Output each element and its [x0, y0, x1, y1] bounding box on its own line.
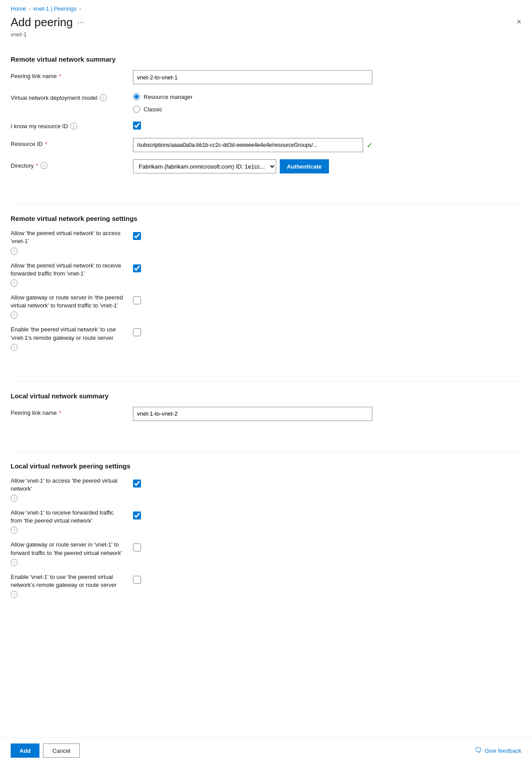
remote-peering-link-name-input[interactable]: [133, 70, 372, 84]
radio-classic-input[interactable]: [133, 106, 140, 113]
remote-setting1-label: Allow 'the peered virtual network' to ac…: [11, 229, 126, 254]
required-star: *: [59, 73, 61, 79]
resource-id-control: ✓: [133, 138, 521, 152]
know-resource-id-info-icon[interactable]: i: [70, 122, 77, 130]
resource-id-input[interactable]: [133, 138, 363, 152]
remote-setting4-control: [133, 326, 141, 336]
know-resource-id-control: [133, 120, 521, 131]
local-peering-link-name-input[interactable]: [133, 407, 372, 421]
cancel-button[interactable]: Cancel: [43, 743, 79, 758]
deployment-model-info-icon[interactable]: i: [100, 94, 107, 101]
local-setting4-info-icon[interactable]: i: [11, 591, 18, 598]
local-setting3-info-icon[interactable]: i: [11, 559, 18, 566]
remote-setting1-info-icon[interactable]: i: [11, 248, 18, 255]
directory-control: Fabrikam (fabrikam.onmicrosoft.com) ID: …: [133, 159, 521, 173]
deployment-model-radio-group: Resource manager Classic: [133, 91, 521, 113]
deployment-model-row: Virtual network deployment model i Resou…: [11, 91, 521, 113]
local-setting1-info-icon[interactable]: i: [11, 495, 18, 502]
directory-row: Directory * i Fabrikam (fabrikam.onmicro…: [11, 159, 521, 173]
local-setting2-info-icon[interactable]: i: [11, 527, 18, 534]
remote-setting3-info-icon[interactable]: i: [11, 311, 18, 319]
give-feedback-label: Give feedback: [485, 747, 521, 754]
resource-id-row: Resource ID * ✓: [11, 138, 521, 152]
local-setting2-control: [133, 509, 141, 519]
local-required-star: *: [59, 409, 61, 416]
radio-classic[interactable]: Classic: [133, 106, 521, 113]
directory-select[interactable]: Fabrikam (fabrikam.onmicrosoft.com) ID: …: [133, 159, 276, 173]
local-setting3-label: Allow gateway or route server in 'vnet-1…: [11, 541, 126, 566]
page-header-left: Add peering ··· vnet-1: [11, 16, 84, 38]
local-peering-settings-title: Local virtual network peering settings: [11, 462, 521, 470]
page-title: Add peering: [11, 16, 73, 29]
local-setting2-row: Allow 'vnet-1' to receive forwarded traf…: [11, 509, 521, 534]
remote-setting2-control: [133, 262, 141, 272]
remote-setting3-control: [133, 294, 141, 304]
breadcrumb-sep-2: ›: [79, 6, 81, 12]
remote-summary-title: Remote virtual network summary: [11, 55, 521, 63]
remote-setting1-row: Allow 'the peered virtual network' to ac…: [11, 229, 521, 254]
know-resource-id-row: I know my resource ID i: [11, 120, 521, 131]
know-resource-id-label: I know my resource ID i: [11, 120, 126, 130]
remote-setting2-label: Allow 'the peered virtual network' to re…: [11, 262, 126, 287]
main-content: Remote virtual network summary Peering l…: [0, 55, 532, 641]
local-summary-title: Local virtual network summary: [11, 392, 521, 400]
directory-input-row: Fabrikam (fabrikam.onmicrosoft.com) ID: …: [133, 159, 521, 173]
divider-3: [11, 451, 521, 452]
divider-1: [11, 204, 521, 204]
footer-actions: Add Cancel: [11, 743, 80, 758]
authenticate-button[interactable]: Authenticate: [280, 159, 329, 173]
title-row: Add peering ···: [11, 16, 84, 29]
know-resource-id-checkbox[interactable]: [133, 122, 141, 130]
resource-id-input-row: ✓: [133, 138, 372, 152]
remote-peering-settings-title: Remote virtual network peering settings: [11, 215, 521, 222]
local-peering-link-name-row: Peering link name *: [11, 407, 521, 421]
remote-setting2-checkbox[interactable]: [133, 264, 141, 272]
local-setting4-label: Enable 'vnet-1' to use 'the peered virtu…: [11, 573, 126, 598]
remote-setting1-control: [133, 229, 141, 240]
deployment-model-label: Virtual network deployment model i: [11, 91, 126, 101]
local-setting1-checkbox[interactable]: [133, 480, 141, 488]
local-setting4-row: Enable 'vnet-1' to use 'the peered virtu…: [11, 573, 521, 598]
remote-setting1-checkbox[interactable]: [133, 232, 141, 240]
local-setting2-checkbox[interactable]: [133, 511, 141, 519]
radio-resource-manager-input[interactable]: [133, 93, 140, 100]
local-setting1-label: Allow 'vnet-1' to access 'the peered vir…: [11, 477, 126, 502]
remote-peering-link-name-control: [133, 70, 521, 84]
local-peering-link-name-label: Peering link name *: [11, 407, 126, 416]
remote-setting4-label: Enable 'the peered virtual network' to u…: [11, 326, 126, 350]
local-peering-link-name-control: [133, 407, 521, 421]
more-options-icon[interactable]: ···: [77, 18, 84, 27]
directory-label: Directory * i: [11, 159, 126, 169]
directory-required-star: *: [36, 162, 38, 169]
local-setting3-checkbox[interactable]: [133, 543, 141, 551]
local-setting2-label: Allow 'vnet-1' to receive forwarded traf…: [11, 509, 126, 534]
local-setting1-row: Allow 'vnet-1' to access 'the peered vir…: [11, 477, 521, 502]
breadcrumb-home[interactable]: Home: [11, 5, 26, 12]
directory-info-icon[interactable]: i: [40, 162, 47, 169]
resource-id-check-icon: ✓: [367, 141, 372, 149]
remote-setting2-row: Allow 'the peered virtual network' to re…: [11, 262, 521, 287]
footer: Add Cancel 🗨 Give feedback: [0, 738, 532, 763]
local-setting4-checkbox[interactable]: [133, 576, 141, 584]
breadcrumb-sep-1: ›: [29, 6, 31, 12]
breadcrumb: Home › vnet-1 | Peerings ›: [0, 0, 532, 16]
page-header: Add peering ··· vnet-1 ×: [0, 16, 532, 45]
remote-setting2-info-icon[interactable]: i: [11, 279, 18, 287]
radio-resource-manager[interactable]: Resource manager: [133, 93, 521, 100]
remote-setting4-checkbox[interactable]: [133, 328, 141, 336]
remote-peering-link-name-row: Peering link name *: [11, 70, 521, 84]
give-feedback-link[interactable]: 🗨 Give feedback: [475, 747, 521, 755]
deployment-model-control: Resource manager Classic: [133, 91, 521, 113]
remote-setting3-checkbox[interactable]: [133, 296, 141, 304]
local-setting3-control: [133, 541, 141, 551]
local-setting4-control: [133, 573, 141, 584]
close-icon[interactable]: ×: [516, 17, 521, 27]
divider-2: [11, 381, 521, 382]
local-setting1-control: [133, 477, 141, 488]
breadcrumb-vnet[interactable]: vnet-1 | Peerings: [33, 5, 77, 12]
add-button[interactable]: Add: [11, 743, 39, 758]
remote-setting4-row: Enable 'the peered virtual network' to u…: [11, 326, 521, 350]
remote-setting4-info-icon[interactable]: i: [11, 344, 18, 351]
remote-setting3-row: Allow gateway or route server in 'the pe…: [11, 294, 521, 319]
remote-peering-link-name-label: Peering link name *: [11, 70, 126, 79]
